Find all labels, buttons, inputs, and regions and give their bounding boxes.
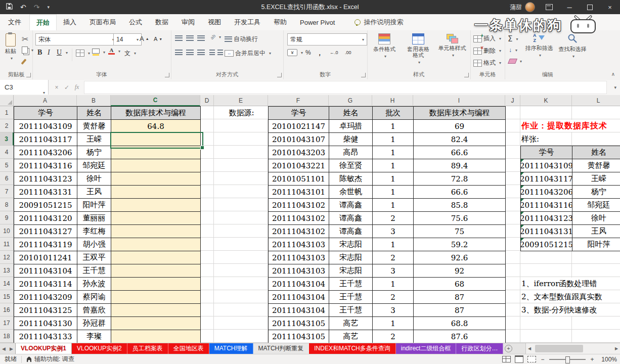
cell-K11[interactable]: 20091051215 xyxy=(520,238,572,251)
row-header-17[interactable]: 17 xyxy=(0,316,14,330)
cell-H6[interactable]: 1 xyxy=(372,172,414,186)
cell-B9[interactable]: 董丽丽 xyxy=(77,211,111,225)
cell-H11[interactable]: 1 xyxy=(372,238,414,251)
row-header-2[interactable]: 2 xyxy=(0,119,14,132)
zoom-in-icon[interactable]: + xyxy=(590,356,595,363)
cell-F15[interactable]: 20111043104 xyxy=(268,290,329,304)
cell-F2[interactable]: 20101021147 xyxy=(268,119,329,133)
column-header-A[interactable]: A xyxy=(14,95,77,106)
copy-button[interactable]: ▾ xyxy=(22,47,33,54)
formula-input[interactable] xyxy=(84,81,607,94)
cell-F13[interactable]: 20111043103 xyxy=(268,264,329,278)
cell-A17[interactable]: 20111043130 xyxy=(14,316,77,330)
cell-A4[interactable]: 20111043206 xyxy=(14,146,77,159)
cell-K6[interactable]: 20111043117 xyxy=(520,172,572,186)
wrap-text-button[interactable]: 自动换行 xyxy=(225,35,258,43)
enter-icon[interactable]: ✓ xyxy=(62,80,72,95)
cell-K9[interactable]: 20111043123 xyxy=(520,211,572,225)
increase-decimal-button[interactable]: ←.0 xyxy=(330,50,338,55)
row-header-9[interactable]: 9 xyxy=(0,211,14,224)
ribbon-display-options-icon[interactable] xyxy=(539,0,559,14)
column-header-J[interactable]: J xyxy=(505,95,520,106)
alignment-dialog-launcher-icon[interactable] xyxy=(277,73,282,77)
cell-F1[interactable]: 学号 xyxy=(268,106,329,120)
cell-L4[interactable]: 姓名 xyxy=(572,146,620,159)
new-sheet-button[interactable]: + xyxy=(503,343,513,354)
ribbon-tab-视图[interactable]: 视图 xyxy=(201,14,228,30)
merge-center-button[interactable]: ↔合并后居中▾ xyxy=(225,49,271,58)
grid-body[interactable]: 学号姓名数据库技术与编程20111043109黄舒馨64.82011104311… xyxy=(14,106,620,343)
font-dialog-launcher-icon[interactable] xyxy=(165,73,169,77)
cell-H15[interactable]: 2 xyxy=(372,290,414,304)
cell-L5[interactable]: 黄舒馨 xyxy=(572,159,620,172)
cell-G6[interactable]: 陈敏杰 xyxy=(329,172,373,186)
sheet-tab-MATCH理解[interactable]: MATCH理解 xyxy=(209,343,253,354)
cell-H13[interactable]: 3 xyxy=(372,264,414,278)
zoom-level[interactable]: 100% xyxy=(599,356,617,363)
cell-I3[interactable]: 82.4 xyxy=(413,132,506,146)
cell-F11[interactable]: 20111043103 xyxy=(268,238,329,251)
shrink-font-button[interactable]: A▼ xyxy=(154,36,162,42)
align-bottom-button[interactable] xyxy=(197,35,205,41)
font-size-combo[interactable]: 14▾ xyxy=(113,33,142,46)
sheet-tab-全国地区表[interactable]: 全国地区表 xyxy=(168,343,209,354)
sheet-nav-right-icon[interactable]: ▶ xyxy=(8,343,15,354)
column-header-B[interactable]: B xyxy=(77,95,111,106)
cell-K5[interactable]: 20111043109 xyxy=(520,159,572,172)
cell-A8[interactable]: 20091051215 xyxy=(14,198,77,212)
format-cells-button[interactable]: 格式▾ xyxy=(473,59,501,67)
customize-qat-icon[interactable]: ▾ xyxy=(47,5,50,10)
cell-A13[interactable]: 20111043104 xyxy=(14,264,77,278)
cell-C5[interactable] xyxy=(111,159,201,172)
conditional-formatting-button[interactable]: 条件格式▾ xyxy=(368,33,401,60)
paste-button[interactable]: 粘贴▾ xyxy=(2,33,20,62)
cell-F8[interactable]: 20111043102 xyxy=(268,198,329,212)
cell-I14[interactable]: 68 xyxy=(413,277,506,291)
cell-B12[interactable]: 王双平 xyxy=(77,251,111,264)
cell-H7[interactable]: 1 xyxy=(372,185,414,199)
cell-B18[interactable]: 李璨 xyxy=(77,330,111,343)
ribbon-tab-Power Pivot[interactable]: Power Pivot xyxy=(293,14,341,30)
cell-G16[interactable]: 王千慧 xyxy=(329,303,373,317)
cell-B6[interactable]: 徐叶 xyxy=(77,172,111,186)
sheet-tab-VLOOKUP实例2[interactable]: VLOOKUP实例2 xyxy=(72,343,127,354)
cell-B10[interactable]: 李红梅 xyxy=(77,224,111,238)
cell-C3[interactable] xyxy=(111,132,201,146)
cell-I2[interactable]: 69 xyxy=(413,119,506,133)
cell-C18[interactable] xyxy=(111,330,201,343)
cell-A5[interactable]: 20111043116 xyxy=(14,159,77,172)
cell-G4[interactable]: 高昂 xyxy=(329,146,373,159)
align-top-button[interactable] xyxy=(175,35,183,41)
page-break-view-icon[interactable] xyxy=(527,356,536,362)
cell-H4[interactable]: 1 xyxy=(372,146,414,159)
cell-G2[interactable]: 卓玛措 xyxy=(329,119,373,133)
cell-A12[interactable]: 20101011241 xyxy=(14,251,77,264)
cell-L7[interactable]: 杨宁 xyxy=(572,185,620,199)
italic-button[interactable]: I xyxy=(48,49,50,57)
cell-I18[interactable]: 87.6 xyxy=(413,330,506,343)
sheet-tab-行政区划分…[interactable]: 行政区划分… xyxy=(456,343,503,354)
cell-L10[interactable]: 王风 xyxy=(572,224,620,238)
zoom-slider-thumb[interactable] xyxy=(565,356,570,363)
format-painter-button[interactable] xyxy=(23,59,25,65)
account-area[interactable]: 蒲甜 xyxy=(506,2,539,12)
ribbon-tab-页面布局[interactable]: 页面布局 xyxy=(83,14,122,30)
cell-L8[interactable]: 邹宛廷 xyxy=(572,198,620,212)
cell-B15[interactable]: 蔡冈谕 xyxy=(77,290,111,304)
cell-C15[interactable] xyxy=(111,290,201,304)
cell-I16[interactable]: 87 xyxy=(413,303,506,317)
column-header-F[interactable]: F xyxy=(268,95,329,106)
align-center-button[interactable] xyxy=(186,50,194,55)
cell-A3[interactable]: 20111043117 xyxy=(14,132,77,146)
delete-cells-button[interactable]: 删除▾ xyxy=(473,47,501,55)
sheet-nav-left-icon[interactable]: ◀ xyxy=(0,343,8,354)
cell-I1[interactable]: 数据库技术与编程 xyxy=(413,106,506,120)
cell-A15[interactable]: 20111043209 xyxy=(14,290,77,304)
cell-A9[interactable]: 20111043120 xyxy=(14,211,77,225)
ribbon-tab-审阅[interactable]: 审阅 xyxy=(175,14,201,30)
cell-F14[interactable]: 20111043104 xyxy=(268,277,329,291)
cell-I4[interactable]: 66.6 xyxy=(413,146,506,159)
cell-G8[interactable]: 谭高鑫 xyxy=(329,198,373,212)
normal-view-icon[interactable] xyxy=(502,356,511,362)
cell-G1[interactable]: 姓名 xyxy=(329,106,373,120)
